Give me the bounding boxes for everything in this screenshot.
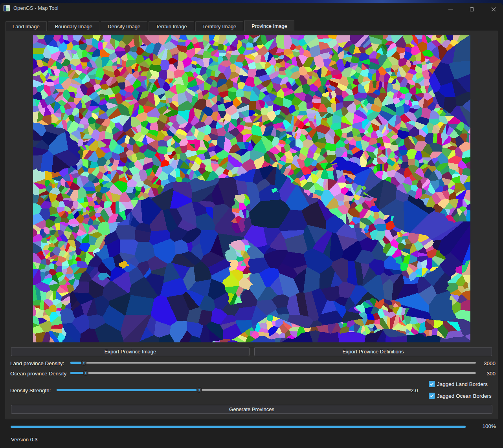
slider-handle[interactable] xyxy=(83,370,88,376)
land-density-value: 3000 xyxy=(474,360,496,366)
province-image-page: Export Province Image Export Province De… xyxy=(6,31,497,419)
title-bar[interactable]: OpenGS - Map Tool xyxy=(0,3,503,17)
tab-density-image[interactable]: Density Image xyxy=(101,21,147,31)
export-province-image-button[interactable]: Export Province Image xyxy=(11,347,250,356)
jagged-land-borders-label: Jagged Land Borders xyxy=(437,381,488,387)
app-icon xyxy=(4,5,10,11)
maximize-button[interactable] xyxy=(463,3,481,16)
close-button[interactable] xyxy=(485,3,503,16)
check-icon xyxy=(430,382,434,386)
jagged-ocean-borders-checkbox-row[interactable]: Jagged Ocean Borders xyxy=(429,392,492,399)
check-icon xyxy=(430,393,434,398)
tab-strip: Land Image Boundary Image Density Image … xyxy=(6,20,294,31)
ocean-density-slider[interactable] xyxy=(70,370,476,376)
jagged-land-borders-checkbox[interactable] xyxy=(429,381,435,387)
jagged-ocean-borders-checkbox[interactable] xyxy=(429,393,435,399)
jagged-land-borders-checkbox-row[interactable]: Jagged Land Borders xyxy=(429,380,488,388)
app-title: OpenGS - Map Tool xyxy=(13,5,59,11)
tab-boundary-image[interactable]: Boundary Image xyxy=(48,21,99,31)
minimize-icon xyxy=(448,9,453,9)
density-strength-slider[interactable] xyxy=(57,387,411,393)
ocean-density-label: Ocean province Density xyxy=(10,371,66,377)
tab-terrain-image[interactable]: Terrain Image xyxy=(149,21,194,31)
close-icon xyxy=(491,7,496,12)
maximize-icon xyxy=(470,7,474,11)
version-text: Version 0.3 xyxy=(11,437,38,443)
progress-bar-fill xyxy=(11,426,466,428)
generate-provinces-button[interactable]: Generate Provinces xyxy=(11,405,492,414)
tab-territory-image[interactable]: Territory Image xyxy=(195,21,244,31)
tab-province-image[interactable]: Province Image xyxy=(244,20,294,31)
slider-fill xyxy=(57,389,199,391)
slider-handle[interactable] xyxy=(81,360,86,366)
slider-track[interactable] xyxy=(70,372,476,374)
density-strength-label: Density Strength: xyxy=(10,388,51,393)
jagged-ocean-borders-label: Jagged Ocean Borders xyxy=(437,393,492,399)
progress-percent: 100% xyxy=(472,423,496,429)
ocean-density-value: 300 xyxy=(474,371,496,377)
export-province-definitions-button[interactable]: Export Province Definitions xyxy=(254,347,492,356)
progress-bar xyxy=(11,426,466,428)
density-strength-value: 2.0 xyxy=(411,388,426,393)
slider-track[interactable] xyxy=(70,362,476,364)
land-density-slider[interactable] xyxy=(70,360,476,366)
minimize-button[interactable] xyxy=(441,3,459,16)
tab-land-image[interactable]: Land Image xyxy=(6,21,47,31)
app-window: OpenGS - Map Tool Land Image Boundary Im… xyxy=(0,3,503,448)
land-density-label: Land province Density: xyxy=(10,360,64,366)
slider-handle[interactable] xyxy=(196,387,202,393)
province-map-image xyxy=(33,35,470,342)
